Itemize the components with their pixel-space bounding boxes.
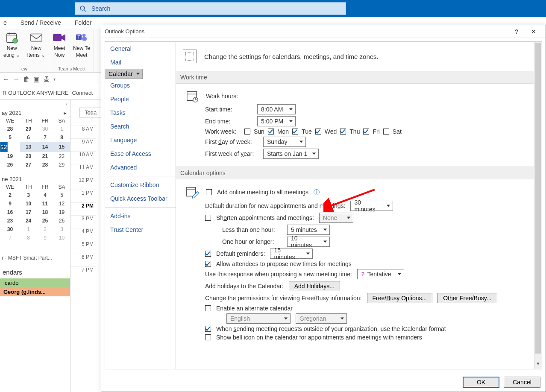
nav-people[interactable]: People [105, 92, 176, 106]
add-holidays-button[interactable]: Add Holidays... [289, 281, 340, 291]
today-button[interactable]: Toda [79, 108, 102, 117]
def-duration-select[interactable]: 30 minutes [350, 201, 393, 211]
nav-groups[interactable]: Groups [105, 79, 176, 92]
scrollbar-thumb[interactable] [535, 43, 541, 354]
nav-ease[interactable]: Ease of Access [105, 147, 176, 161]
time-slot: 9 AM [70, 138, 96, 151]
allow-propose-label: Allow attendees to propose new times for… [216, 260, 352, 267]
time-slot: 7 PM [70, 266, 96, 279]
chk-thu[interactable] [340, 129, 346, 135]
chk-fri[interactable] [363, 129, 369, 135]
anywhere-connect[interactable]: Connect [72, 90, 93, 96]
svg-rect-7 [31, 34, 42, 41]
ribbon-group2-label: Teams Meeti [58, 66, 85, 71]
end-time-select[interactable]: 5:00 PM [257, 116, 296, 126]
lt-hour-select[interactable]: 5 minutes [287, 225, 330, 235]
icalendar-label: When sending meeting requests outside of… [216, 325, 446, 332]
content-scrollbar[interactable]: ▲ ▼ [534, 42, 542, 369]
response-label: Use this response when proposing a new m… [205, 271, 352, 278]
alt-calendar-label: Enable an alternate calendar [216, 305, 293, 312]
svg-line-1 [84, 10, 86, 12]
time-slot: 6 PM [70, 254, 96, 266]
search-icon [79, 5, 86, 12]
nav-qat[interactable]: Quick Access Toolbar [105, 192, 176, 205]
chk-shorten[interactable] [205, 215, 211, 221]
svg-rect-13 [82, 37, 87, 41]
chk-add-online[interactable] [206, 189, 212, 195]
chk-allow-propose[interactable] [205, 261, 211, 267]
def-duration-label: Default duration for new appointments an… [205, 202, 345, 209]
close-button[interactable]: ✕ [525, 28, 542, 35]
trash-icon[interactable]: 🗑 [23, 76, 30, 83]
fwd-icon[interactable]: → [13, 76, 20, 83]
new-meeting-button[interactable]: New eting ⌄ [3, 31, 20, 58]
search-box[interactable]: Search [75, 2, 346, 15]
info-icon[interactable]: i [314, 189, 320, 195]
title-bar: Search [0, 0, 546, 17]
collapse-icon[interactable]: ‹ [0, 100, 70, 108]
cancel-button[interactable]: Cancel [504, 377, 540, 388]
chk-sun[interactable] [244, 129, 250, 135]
alt-lang-select[interactable]: English [226, 313, 291, 324]
def-reminders-select[interactable]: 15 minutes [270, 249, 313, 259]
ge-hour-label: One hour or longer: [222, 238, 282, 245]
other-freebusy-button[interactable]: Other Free/Busy... [437, 293, 497, 303]
mini-calendar-1[interactable]: WETHFRSA 2829301 5678 12131415 19202122 … [0, 117, 70, 169]
first-woy-select[interactable]: Starts on Jan 1 [263, 149, 319, 159]
nav-mail[interactable]: Mail [105, 56, 176, 69]
nav-language[interactable]: Language [105, 133, 176, 147]
teams-icon: T [75, 31, 88, 44]
ge-hour-select[interactable]: 10 minutes [287, 237, 330, 247]
response-select[interactable]: ? Tentative [357, 269, 404, 279]
nav-search[interactable]: Search [105, 120, 176, 133]
mini-calendar-2[interactable]: WETHFRSA 2345 9101112 16171819 23242526 … [0, 183, 70, 242]
chk-wed[interactable] [315, 129, 321, 135]
ok-button[interactable]: OK [463, 377, 499, 388]
meet-now-button[interactable]: Meet Now [53, 31, 66, 58]
calendars-section: endars [0, 263, 70, 278]
first-dow-select[interactable]: Sunday [263, 137, 306, 147]
start-time-select[interactable]: 8:00 AM [257, 104, 296, 114]
time-slot: 12 PM [70, 177, 96, 190]
svg-point-6 [13, 38, 18, 43]
month-next-icon[interactable]: ▸ [64, 110, 67, 116]
ribbon-tab-home[interactable]: e [3, 19, 7, 26]
end-time-label: End time: [205, 118, 252, 125]
shorten-select[interactable]: None [319, 213, 353, 223]
chk-def-reminders[interactable] [205, 251, 211, 257]
nav-custom-ribbon[interactable]: Customize Ribbon [105, 176, 176, 192]
help-button[interactable]: ? [508, 28, 525, 35]
nav-tasks[interactable]: Tasks [105, 106, 176, 120]
nav-advanced[interactable]: Advanced [105, 161, 176, 174]
time-slot: 8 AM [70, 126, 96, 138]
chk-alt-calendar[interactable] [205, 305, 211, 311]
freebusy-options-button[interactable]: Free/Busy Options... [367, 293, 433, 303]
print-icon[interactable]: 🖶 [43, 76, 50, 83]
calendar-entry-1[interactable]: icardo [0, 278, 70, 287]
meet-now-label2: Now [54, 52, 65, 58]
left-rail: ‹ ay 2021 ▸ WETHFRSA 2829301 5678 121314… [0, 100, 70, 392]
ribbon-tab-send-receive[interactable]: Send / Receive [21, 19, 61, 26]
chk-sat[interactable] [383, 129, 389, 135]
nav-general[interactable]: General [105, 42, 176, 56]
chevron-down-icon[interactable]: ▾ [53, 77, 56, 82]
chk-tue[interactable] [292, 129, 298, 135]
calendar-edit-icon [184, 185, 201, 199]
chk-bell[interactable] [205, 334, 211, 340]
chk-mon[interactable] [268, 129, 274, 135]
new-teams-meeting-button[interactable]: T New Te Meet [73, 31, 90, 58]
nav-calendar[interactable]: Calendar [105, 69, 143, 79]
alt-sys-select[interactable]: Gregorian [296, 313, 347, 324]
scroll-down-icon[interactable]: ▼ [534, 361, 542, 369]
calendar-entry-2[interactable]: Georg (g.linds... [0, 287, 70, 296]
new-items-button[interactable]: New Items ⌄ [27, 31, 45, 58]
ribbon-tab-folder[interactable]: Folder [75, 19, 92, 26]
archive-icon[interactable]: ▣ [33, 75, 40, 83]
nav-addins[interactable]: Add-ins [105, 207, 176, 223]
back-icon[interactable]: ← [3, 76, 9, 83]
chk-icalendar[interactable] [205, 326, 211, 332]
freebusy-label: Change the permissions for viewing Free/… [205, 295, 362, 301]
first-woy-label: First week of year: [205, 150, 258, 157]
task-text: r - MSFT Smart Part... [2, 255, 66, 261]
nav-trust[interactable]: Trust Center [105, 223, 176, 237]
